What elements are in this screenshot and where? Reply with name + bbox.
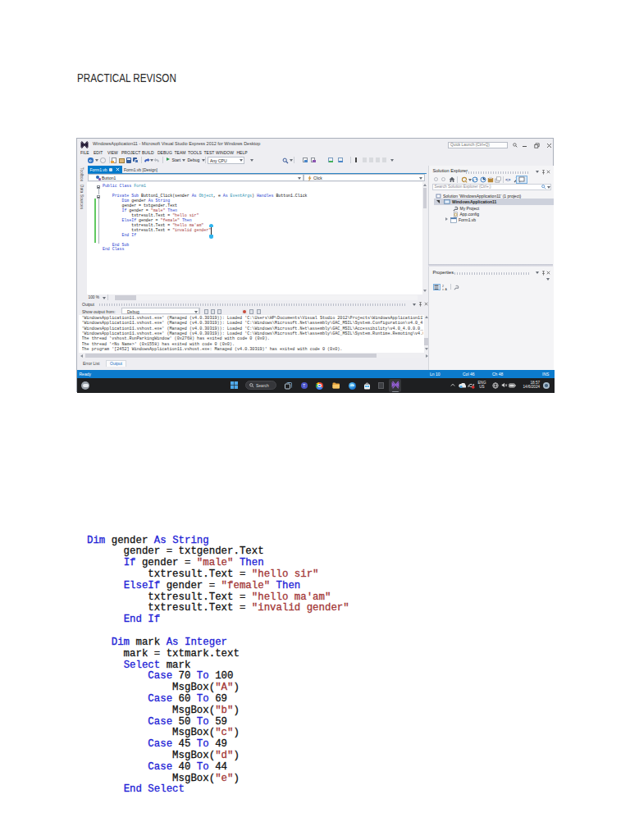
svg-text:A: A: [445, 287, 448, 290]
svg-text:2: 2: [442, 285, 444, 288]
